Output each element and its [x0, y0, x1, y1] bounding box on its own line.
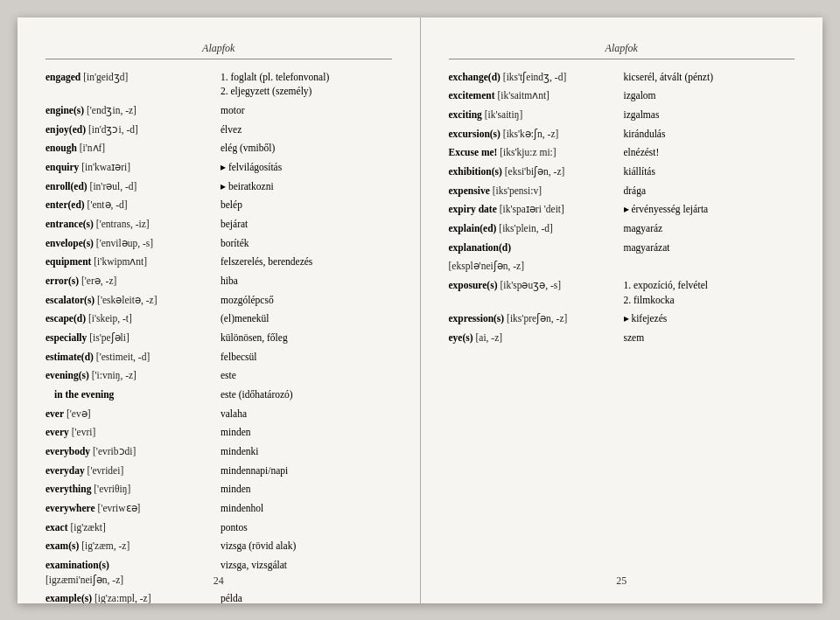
list-item: Excuse me! [iks'kju:z mi:] elnézést!	[449, 145, 795, 160]
list-item: enroll(ed) [in'rəul, -d] ▸ beiratkozni	[46, 179, 392, 194]
list-item: exchange(d) [iks'tʃeindʒ, -d] kicserél, …	[449, 70, 795, 85]
list-item: excitement [ik'saitmʌnt] izgalom	[449, 88, 795, 103]
list-item: especially [is'peʃəli] különösen, főleg	[46, 331, 392, 345]
list-item: expiry date [ik'spaɪəri 'deit] ▸ érvénye…	[449, 202, 795, 217]
list-item: example(s) [ig'za:mpl, -z] példa	[46, 591, 392, 603]
list-item: evening(s) ['i:vniŋ, -z] este	[46, 368, 392, 383]
book-spread: Alapfok engaged [in'geidʒd] 1. foglalt (…	[18, 17, 822, 603]
list-item: equipment [i'kwipmʌnt] felszerelés, bere…	[46, 254, 392, 269]
right-page-header: Alapfok	[449, 42, 795, 59]
list-item: estimate(d) ['estimeit, -d] felbecsül	[46, 350, 392, 365]
list-item: exam(s) [ig'zæm, -z] vizsga (rövid alak)	[46, 539, 392, 554]
list-item: enjoy(ed) [in'dʒɔi, -d] élvez	[46, 122, 392, 137]
list-item: everywhere ['evriwɛə] mindenhol	[46, 501, 392, 516]
right-page-number: 25	[421, 575, 823, 588]
page-right: Alapfok exchange(d) [iks'tʃeindʒ, -d] ki…	[421, 17, 823, 603]
list-item: envelope(s) ['enviləup, -s] boríték	[46, 236, 392, 251]
list-item: expensive [iks'pensi:v] drága	[449, 184, 795, 199]
list-item: error(s) ['erə, -z] hiba	[46, 274, 392, 289]
list-item: entrance(s) ['entrans, -iz] bejárat	[46, 217, 392, 232]
list-item: escalator(s) ['eskəleitə, -z] mozgólépcs…	[46, 293, 392, 308]
list-item: escape(d) [i'skeip, -t] (el)menekül	[46, 311, 392, 326]
list-item: explanation(d) magyarázat	[449, 240, 795, 255]
list-item: in the evening este (időhatározó)	[46, 387, 392, 402]
left-page-header: Alapfok	[46, 42, 392, 59]
list-item: engaged [in'geidʒd] 1. foglalt (pl. tele…	[46, 70, 392, 99]
list-item: enter(ed) ['entə, -d] belép	[46, 198, 392, 212]
list-item: everyday ['evridei] mindennapi/napi	[46, 463, 392, 478]
list-item: exact [ig'zækt] pontos	[46, 520, 392, 535]
list-item: everybody ['evribɔdi] mindenki	[46, 444, 392, 459]
list-item: enquiry [in'kwaɪəri] ▸ felvilágosítás	[46, 160, 392, 175]
list-item: [eksplə'neiʃən, -z]	[449, 259, 795, 274]
list-item: exciting [ik'saitiŋ] izgalmas	[449, 108, 795, 122]
list-item: expression(s) [iks'preʃən, -z] ▸ kifejez…	[449, 311, 795, 326]
left-page-number: 24	[18, 575, 420, 588]
page-left: Alapfok engaged [in'geidʒd] 1. foglalt (…	[18, 17, 421, 603]
list-item: exposure(s) [ik'spəuʒə, -s] 1. expozíció…	[449, 278, 795, 307]
list-item: engine(s) ['endʒin, -z] motor	[46, 103, 392, 118]
list-item: ever ['evə] valaha	[46, 407, 392, 421]
list-item: every ['evri] minden	[46, 425, 392, 440]
list-item: explain(ed) [iks'plein, -d] magyaráz	[449, 221, 795, 236]
list-item: enough [i'nʌf] elég (vmiből)	[46, 141, 392, 156]
list-item: everything ['evriθiŋ] minden	[46, 482, 392, 497]
list-item: eye(s) [ai, -z] szem	[449, 331, 795, 345]
list-item: excursion(s) [iks'kə:ʃn, -z] kirándulás	[449, 127, 795, 142]
list-item: exhibition(s) [eksi'biʃən, -z] kiállítás	[449, 164, 795, 179]
